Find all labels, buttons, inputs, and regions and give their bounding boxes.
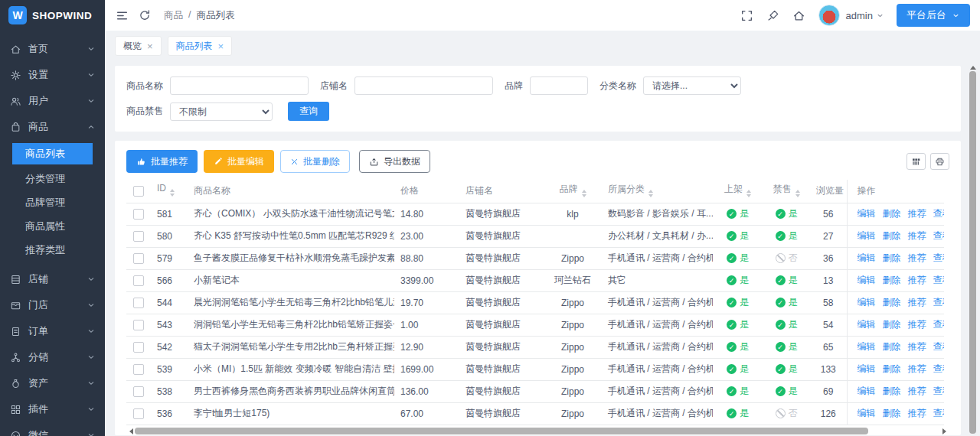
delete-link[interactable]: 删除 — [883, 341, 901, 352]
sort-icon[interactable] — [170, 187, 175, 199]
refresh-icon[interactable] — [138, 8, 152, 22]
view-link[interactable]: 查看 — [933, 341, 945, 352]
close-icon[interactable]: × — [218, 41, 224, 51]
row-checkbox[interactable] — [133, 408, 144, 419]
row-checkbox[interactable] — [133, 298, 144, 308]
sort-icon[interactable] — [582, 187, 586, 200]
view-link[interactable]: 查看 — [933, 408, 945, 418]
select-all-checkbox[interactable] — [133, 186, 144, 197]
edit-link[interactable]: 编辑 — [858, 230, 876, 241]
delete-link[interactable]: 删除 — [883, 386, 901, 396]
sidebar-item-distribution[interactable]: 分销 — [0, 344, 105, 370]
row-checkbox[interactable] — [133, 342, 144, 353]
batch-delete-button[interactable]: 批量删除 — [280, 150, 350, 173]
recommend-link[interactable]: 推荐 — [908, 386, 926, 396]
workspace-button[interactable]: 平台后台 — [897, 4, 970, 27]
print-icon[interactable] — [930, 153, 949, 170]
fullscreen-icon[interactable] — [740, 8, 754, 22]
edit-link[interactable]: 编辑 — [858, 297, 876, 307]
recommend-link[interactable]: 推荐 — [908, 297, 926, 307]
recommend-link[interactable]: 推荐 — [908, 208, 926, 219]
horizontal-scrollbar[interactable] — [126, 428, 949, 435]
delete-link[interactable]: 删除 — [883, 252, 901, 263]
row-checkbox[interactable] — [133, 209, 144, 220]
sidebar-item-store[interactable]: 门店 — [0, 292, 105, 318]
clear-cache-icon[interactable] — [766, 8, 780, 22]
view-link[interactable]: 查看 — [933, 275, 945, 285]
sidebar-item-shop[interactable]: 店铺 — [0, 266, 105, 292]
sidebar-item-settings[interactable]: 设置 — [0, 62, 105, 88]
sidebar-item-order[interactable]: 订单 — [0, 318, 105, 344]
sidebar-item-plugins[interactable]: 插件 — [0, 396, 105, 422]
delete-link[interactable]: 删除 — [883, 230, 901, 241]
sidebar-item-users[interactable]: 用户 — [0, 88, 105, 114]
scroll-left-arrow-icon[interactable] — [126, 428, 133, 434]
edit-link[interactable]: 编辑 — [858, 319, 876, 330]
sidebar-subitem-recommend-types[interactable]: 推荐类型 — [0, 238, 105, 262]
vertical-scrollbar-thumb[interactable] — [969, 71, 976, 434]
goods-ban-select[interactable]: 不限制 — [170, 102, 273, 121]
sidebar-item-goods[interactable]: 商品 — [0, 114, 105, 140]
recommend-link[interactable]: 推荐 — [908, 408, 926, 418]
row-checkbox[interactable] — [133, 253, 144, 264]
recommend-link[interactable]: 推荐 — [908, 341, 926, 352]
sidebar-item-assets[interactable]: 资产 — [0, 370, 105, 396]
scroll-right-arrow-icon[interactable] — [942, 428, 949, 434]
view-link[interactable]: 查看 — [933, 230, 945, 241]
edit-link[interactable]: 编辑 — [858, 275, 876, 285]
edit-link[interactable]: 编辑 — [858, 208, 876, 219]
row-checkbox[interactable] — [133, 231, 144, 242]
breadcrumb-section[interactable]: 商品 — [164, 9, 183, 22]
row-checkbox[interactable] — [133, 275, 144, 286]
goods-name-input[interactable] — [170, 76, 309, 95]
view-link[interactable]: 查看 — [933, 386, 945, 396]
delete-link[interactable]: 删除 — [883, 319, 901, 330]
recommend-link[interactable]: 推荐 — [908, 230, 926, 241]
batch-edit-button[interactable]: 批量编辑 — [204, 150, 274, 173]
category-select[interactable]: 请选择... — [643, 76, 741, 95]
delete-link[interactable]: 删除 — [883, 275, 901, 285]
row-checkbox[interactable] — [133, 320, 144, 330]
view-link[interactable]: 查看 — [933, 297, 945, 307]
delete-link[interactable]: 删除 — [883, 297, 901, 307]
avatar[interactable] — [818, 5, 840, 26]
sort-icon[interactable] — [746, 187, 751, 200]
view-link[interactable]: 查看 — [933, 363, 945, 374]
home-icon[interactable] — [792, 8, 806, 22]
delete-link[interactable]: 删除 — [883, 363, 901, 374]
edit-link[interactable]: 编辑 — [858, 386, 876, 396]
view-link[interactable]: 查看 — [933, 319, 945, 330]
edit-link[interactable]: 编辑 — [858, 341, 876, 352]
brand-input[interactable] — [530, 76, 588, 95]
tab-goods-list[interactable]: 商品列表× — [168, 36, 233, 56]
tab-overview[interactable]: 概览× — [115, 36, 162, 56]
view-link[interactable]: 查看 — [933, 252, 945, 263]
brand-logo[interactable]: W SHOPWIND — [0, 0, 105, 31]
sort-icon[interactable] — [795, 187, 800, 200]
close-icon[interactable]: × — [147, 41, 153, 51]
recommend-link[interactable]: 推荐 — [908, 363, 926, 374]
edit-link[interactable]: 编辑 — [858, 252, 876, 263]
recommend-link[interactable]: 推荐 — [908, 319, 926, 330]
horizontal-scrollbar-thumb[interactable] — [135, 428, 868, 434]
search-button[interactable]: 查询 — [288, 102, 329, 121]
row-checkbox[interactable] — [133, 386, 144, 397]
scroll-up-arrow-icon[interactable] — [970, 63, 976, 70]
sidebar-subitem-category-manage[interactable]: 分类管理 — [0, 167, 105, 190]
sidebar-item-wechat[interactable]: 微信 — [0, 422, 105, 436]
delete-link[interactable]: 删除 — [883, 208, 901, 219]
recommend-link[interactable]: 推荐 — [908, 275, 926, 285]
sort-icon[interactable] — [648, 187, 653, 200]
row-checkbox[interactable] — [133, 364, 144, 375]
vertical-scrollbar[interactable] — [969, 63, 976, 434]
columns-grid-icon[interactable] — [906, 153, 926, 170]
sidebar-item-home[interactable]: 首页 — [0, 36, 105, 62]
edit-link[interactable]: 编辑 — [858, 408, 876, 418]
sidebar-subitem-brand-manage[interactable]: 品牌管理 — [0, 190, 105, 214]
sidebar-subitem-goods-list[interactable]: 商品列表 — [12, 143, 93, 164]
export-data-button[interactable]: 导出数据 — [359, 150, 430, 173]
edit-link[interactable]: 编辑 — [858, 363, 876, 374]
collapse-menu-icon[interactable] — [115, 8, 129, 22]
batch-recommend-button[interactable]: 批量推荐 — [126, 150, 198, 173]
delete-link[interactable]: 删除 — [883, 408, 901, 418]
